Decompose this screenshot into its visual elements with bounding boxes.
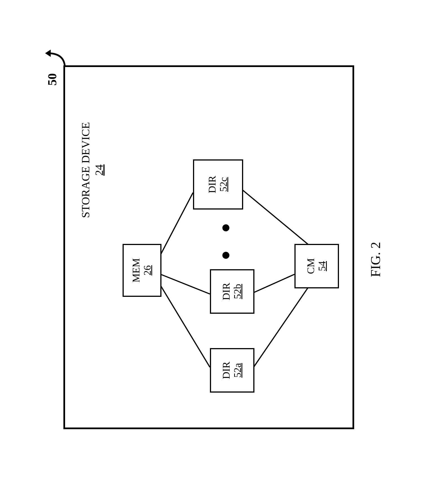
mem-label: MEM — [131, 258, 142, 282]
diagram-canvas: 50 STORAGE DEVICE 24 MEM 26 DIR 52a — [0, 0, 448, 492]
cm-label: CM — [305, 258, 317, 274]
mem-block: MEM 26 — [123, 244, 161, 297]
dir-a-ref: 52a — [232, 363, 243, 378]
rotated-figure: 50 STORAGE DEVICE 24 MEM 26 DIR 52a — [30, 35, 418, 457]
figure-ref-label: 50 — [45, 73, 59, 86]
storage-title-text: STORAGE DEVICE — [79, 122, 92, 218]
dir-c-label: DIR — [207, 176, 218, 193]
figure-ref-number: 50 — [45, 73, 59, 86]
dir-b-ref: 52b — [232, 284, 243, 299]
reference-arrow-icon — [41, 46, 66, 69]
dir-block-a: DIR 52a — [210, 348, 254, 393]
mem-ref: 26 — [142, 265, 153, 275]
dir-c-ref: 52c — [218, 177, 229, 192]
dir-a-label: DIR — [221, 362, 232, 379]
figure-caption: FIG. 2 — [368, 242, 383, 277]
dir-b-label: DIR — [221, 283, 232, 300]
storage-device-label: STORAGE DEVICE 24 — [79, 122, 106, 218]
storage-ref-number: 24 — [92, 122, 106, 218]
cm-block: CM 54 — [294, 244, 339, 288]
dir-block-b: DIR 52b — [210, 269, 254, 314]
cm-ref: 54 — [317, 261, 328, 271]
dir-block-c: DIR 52c — [193, 159, 243, 210]
